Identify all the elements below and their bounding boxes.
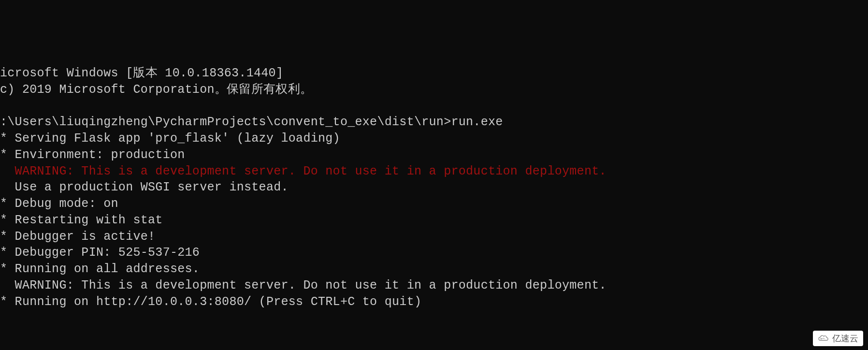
terminal-line: :\Users\liuqingzheng\PycharmProjects\con… bbox=[0, 114, 868, 131]
terminal-line: c) 2019 Microsoft Corporation。保留所有权利。 bbox=[0, 82, 868, 98]
terminal-line: * Debugger PIN: 525-537-216 bbox=[0, 245, 868, 261]
terminal-line: * Serving Flask app 'pro_flask' (lazy lo… bbox=[0, 131, 868, 147]
terminal-line: * Restarting with stat bbox=[0, 212, 868, 229]
terminal-line bbox=[0, 98, 868, 115]
terminal-line: * Debug mode: on bbox=[0, 196, 868, 212]
watermark-text: 亿速云 bbox=[832, 333, 858, 344]
terminal-line: WARNING: This is a development server. D… bbox=[0, 163, 868, 180]
svg-point-0 bbox=[821, 338, 822, 339]
cloud-icon bbox=[817, 334, 829, 343]
terminal-line: * Environment: production bbox=[0, 147, 868, 163]
terminal-line: * Running on http://10.0.0.3:8080/ (Pres… bbox=[0, 294, 868, 310]
terminal-line: icrosoft Windows [版本 10.0.18363.1440] bbox=[0, 65, 868, 82]
terminal-output[interactable]: icrosoft Windows [版本 10.0.18363.1440]c) … bbox=[0, 65, 868, 350]
terminal-line: WARNING: This is a development server. D… bbox=[0, 277, 868, 294]
terminal-line: Use a production WSGI server instead. bbox=[0, 179, 868, 196]
terminal-line: * Running on all addresses. bbox=[0, 261, 868, 277]
watermark-badge: 亿速云 bbox=[813, 331, 863, 346]
terminal-line: * Debugger is active! bbox=[0, 229, 868, 245]
